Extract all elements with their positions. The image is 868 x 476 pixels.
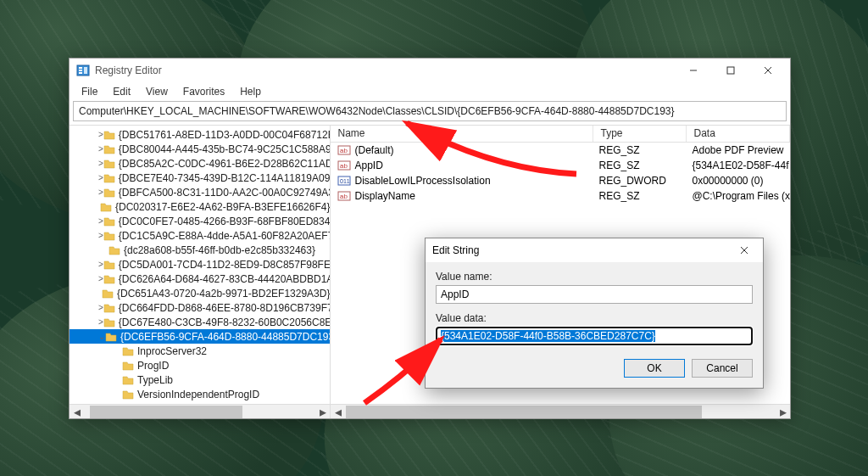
tree-item-label: {DBC85A2C-C0DC-4961-B6E2-D28B62C11AD4}	[119, 158, 331, 170]
tree-item[interactable]: >{DC664FDD-D868-46EE-8780-8D196CB739F7}	[70, 300, 330, 315]
column-header-name[interactable]: Name	[331, 126, 593, 142]
value-name: (Default)	[354, 144, 592, 156]
folder-icon	[122, 389, 134, 400]
dialog-close-button[interactable]	[732, 238, 756, 262]
tree-item-label: {DBC51761-A8ED-11D3-A0DD-00C04F68712B}	[119, 129, 331, 141]
menu-view[interactable]: View	[139, 84, 175, 99]
value-data: 0x00000000 (0)	[685, 175, 790, 187]
tree-item[interactable]: ProgID	[70, 358, 330, 372]
folder-icon	[103, 231, 115, 241]
value-row[interactable]: abAppIDREG_SZ{534A1E02-D58F-44f	[331, 158, 790, 173]
folder-icon	[103, 144, 115, 154]
tree-item[interactable]: >{DC5DA001-7CD4-11D2-8ED9-D8C857F98FE3}	[70, 257, 330, 272]
scroll-right-icon[interactable]: ▸	[315, 405, 330, 419]
folder-icon	[122, 346, 134, 356]
tree-item[interactable]: >{DC1C5A9C-E88A-4dde-A5A1-60F82A20AEF7}	[70, 228, 330, 243]
value-data: @C:\Program Files (x	[685, 190, 790, 202]
folder-icon	[103, 303, 115, 313]
dword-value-icon: 011	[337, 174, 351, 188]
value-data: {534A1E02-D58F-44f	[685, 160, 790, 171]
string-value-icon: ab	[337, 143, 351, 157]
menu-help[interactable]: Help	[233, 84, 268, 99]
svg-rect-6	[727, 67, 734, 74]
menu-file[interactable]: File	[75, 84, 104, 99]
column-header-data[interactable]: Data	[687, 126, 790, 142]
scroll-right-icon[interactable]: ▸	[776, 405, 790, 419]
regedit-app-icon	[76, 64, 90, 77]
tree-item[interactable]: ⌄{DC6EFB56-9CFA-464D-8880-44885D7DC193}	[70, 329, 330, 344]
tree-item[interactable]: >{DC0C0FE7-0485-4266-B93F-68FBF80ED834}	[70, 214, 330, 228]
tree-item[interactable]: >{DC67E480-C3CB-49F8-8232-60B0C2056C8E}	[70, 315, 330, 329]
tree-item[interactable]: >{DBCE7E40-7345-439D-B12C-114A11819A09}	[70, 171, 330, 185]
maximize-button[interactable]	[712, 59, 749, 82]
tree-item[interactable]: VersionIndependentProgID	[70, 387, 330, 401]
value-data-label: Value data:	[436, 312, 753, 324]
tree-item-label: {DC67E480-C3CB-49F8-8232-60B0C2056C8E}	[119, 316, 331, 328]
string-value-icon: ab	[337, 159, 351, 172]
scroll-left-icon[interactable]: ◂	[331, 405, 345, 419]
scrollbar-thumb[interactable]	[346, 406, 702, 418]
folder-icon	[103, 274, 115, 284]
folder-icon	[103, 260, 115, 270]
value-row[interactable]: abDisplayNameREG_SZ@C:\Program Files (x	[331, 188, 790, 204]
tree-item[interactable]: {dc28a608-b55f-46ff-b0db-e2c85b332463}	[70, 243, 330, 257]
menu-favorites[interactable]: Favorites	[176, 84, 231, 99]
value-row[interactable]: ab(Default)REG_SZAdobe PDF Preview	[331, 143, 790, 158]
tree-item[interactable]: {DC020317-E6E2-4A62-B9FA-B3EFE16626F4}	[70, 199, 330, 214]
tree-item[interactable]: TypeLib	[70, 372, 330, 387]
menu-edit[interactable]: Edit	[106, 84, 137, 99]
edit-string-dialog: Edit String Value name: Value data: OK C…	[425, 238, 764, 389]
tree-item-label: ProgID	[137, 360, 169, 372]
tree-item[interactable]: >{DBC80044-A445-435b-BC74-9C25C1C588A9}	[70, 142, 330, 156]
close-button[interactable]	[749, 59, 787, 82]
tree-item[interactable]: >{DBFCA500-8C31-11D0-AA2C-00A0C92749A3}	[70, 185, 330, 199]
folder-icon	[102, 288, 114, 299]
tree-item[interactable]: >{DBC85A2C-C0DC-4961-B6E2-D28B62C11AD4}	[70, 156, 330, 171]
tree-item-label: {DBFCA500-8C31-11D0-AA2C-00A0C92749A3}	[119, 187, 331, 199]
dialog-title: Edit String	[432, 244, 732, 256]
tree-item-label: {DC1C5A9C-E88A-4dde-A5A1-60F82A20AEF7}	[119, 230, 331, 242]
value-data-field[interactable]	[436, 327, 753, 345]
value-data: Adobe PDF Preview	[685, 144, 790, 156]
tree-item-label: {DC020317-E6E2-4A62-B9FA-B3EFE16626F4}	[115, 201, 331, 213]
key-tree[interactable]: >{DBC51761-A8ED-11D3-A0DD-00C04F68712B}>…	[70, 126, 331, 418]
value-name: DisplayName	[354, 190, 592, 202]
svg-rect-3	[79, 72, 82, 74]
scrollbar-thumb[interactable]	[90, 406, 242, 418]
value-name: AppID	[354, 160, 592, 171]
value-type: REG_SZ	[592, 160, 685, 171]
tree-item[interactable]: InprocServer32	[70, 344, 330, 358]
tree-item[interactable]: {DC651A43-0720-4a2b-9971-BD2EF1329A3D}	[70, 286, 330, 300]
tree-item[interactable]: >{DC626A64-D684-4627-83CB-44420ABDBD1A}	[70, 272, 330, 286]
svg-text:ab: ab	[340, 162, 348, 170]
minimize-button[interactable]	[675, 59, 712, 82]
tree-scrollbar-h[interactable]: ◂ ▸	[70, 404, 330, 418]
menubar: File Edit View Favorites Help	[70, 82, 790, 101]
tree-item-label: VersionIndependentProgID	[137, 389, 259, 400]
value-name-field[interactable]	[436, 285, 753, 304]
value-row[interactable]: 011DisableLowILProcessIsolationREG_DWORD…	[331, 173, 790, 188]
value-name: DisableLowILProcessIsolation	[354, 175, 592, 187]
tree-item-label: TypeLib	[137, 374, 173, 386]
tree-item-label: InprocServer32	[137, 345, 207, 357]
tree-item-label: {DC664FDD-D868-46EE-8780-8D196CB739F7}	[119, 302, 331, 314]
address-bar[interactable]: Computer\HKEY_LOCAL_MACHINE\SOFTWARE\WOW…	[73, 101, 787, 121]
scroll-left-icon[interactable]: ◂	[70, 405, 84, 419]
svg-rect-2	[79, 70, 82, 71]
folder-icon	[103, 188, 115, 198]
tree-item-label: {DC651A43-0720-4a2b-9971-BD2EF1329A3D}	[117, 288, 331, 300]
ok-button[interactable]: OK	[624, 359, 685, 378]
svg-text:ab: ab	[340, 193, 348, 200]
values-scrollbar-h[interactable]: ◂ ▸	[331, 404, 790, 418]
tree-item-label: {DC626A64-D684-4627-83CB-44420ABDBD1A}	[119, 273, 331, 285]
cancel-button[interactable]: Cancel	[692, 359, 753, 378]
string-value-icon: ab	[337, 189, 351, 203]
folder-icon	[108, 245, 120, 255]
tree-item-label: {DC5DA001-7CD4-11D2-8ED9-D8C857F98FE3}	[119, 259, 331, 271]
column-header-type[interactable]: Type	[593, 126, 687, 142]
tree-item-label: {DC0C0FE7-0485-4266-B93F-68FBF80ED834}	[119, 216, 331, 227]
tree-item[interactable]: >{DBC51761-A8ED-11D3-A0DD-00C04F68712B}	[70, 127, 330, 142]
collapse-icon[interactable]: ⌄	[98, 332, 105, 341]
titlebar[interactable]: Registry Editor	[70, 59, 790, 82]
folder-icon	[103, 216, 115, 227]
